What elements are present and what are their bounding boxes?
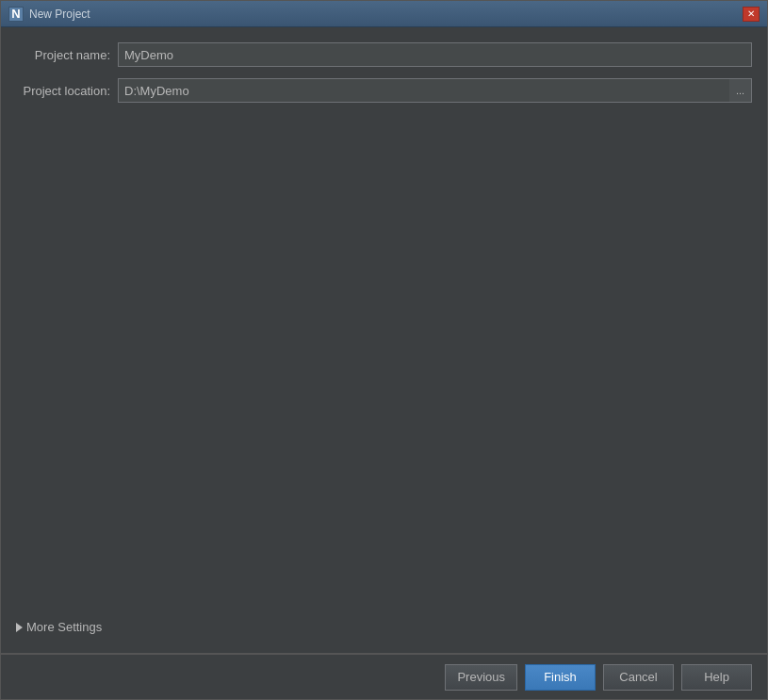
help-button[interactable]: Help — [681, 664, 752, 691]
project-location-input[interactable] — [118, 78, 729, 103]
project-location-row: Project location: ... — [16, 78, 752, 103]
title-bar-left: N New Project — [8, 7, 90, 22]
content-spacer — [16, 114, 752, 605]
triangle-icon — [16, 623, 23, 632]
dialog-content: Project name: Project location: ... More… — [1, 27, 767, 653]
project-name-input[interactable] — [118, 42, 752, 67]
title-bar: N New Project ✕ — [1, 1, 767, 27]
finish-button[interactable]: Finish — [525, 664, 596, 691]
app-icon: N — [8, 7, 24, 22]
project-location-input-group: ... — [118, 78, 752, 103]
dialog-window: N New Project ✕ Project name: Project lo… — [0, 0, 768, 700]
browse-button[interactable]: ... — [729, 78, 752, 103]
project-name-label: Project name: — [16, 48, 110, 62]
cancel-button[interactable]: Cancel — [603, 664, 674, 691]
more-settings-toggle[interactable]: More Settings — [16, 616, 752, 638]
dialog-title: New Project — [29, 8, 90, 21]
previous-button[interactable]: Previous — [445, 664, 517, 691]
dialog-footer: Previous Finish Cancel Help — [1, 654, 767, 699]
more-settings-label: More Settings — [26, 620, 102, 634]
project-name-row: Project name: — [16, 42, 752, 67]
app-icon-text: N — [11, 7, 20, 21]
project-location-label: Project location: — [16, 84, 110, 98]
close-button[interactable]: ✕ — [743, 7, 760, 22]
